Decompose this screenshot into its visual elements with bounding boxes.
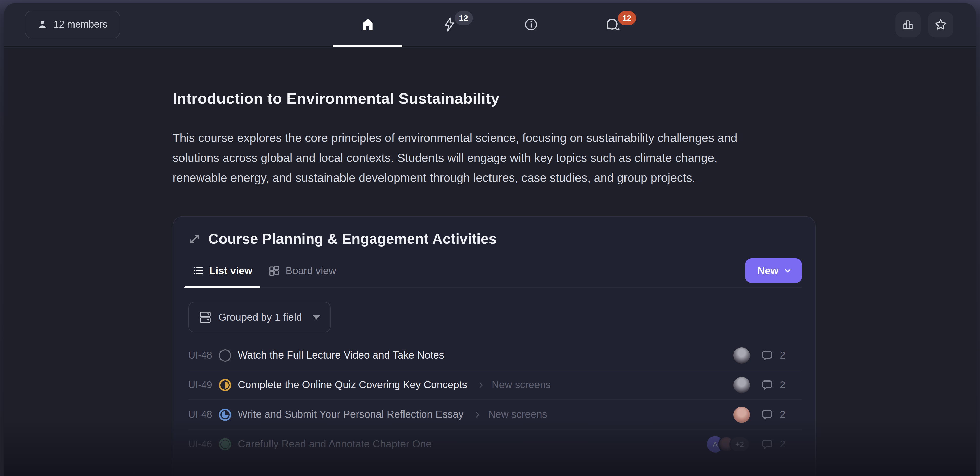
main-area: Introduction to Environmental Sustainabi… <box>4 48 976 476</box>
comments[interactable]: 2 <box>761 349 794 361</box>
nav-tab-home[interactable] <box>332 3 402 46</box>
comment-icon <box>761 408 773 420</box>
app-window: 12 members 12 <box>4 3 976 476</box>
new-button[interactable]: New <box>745 259 802 283</box>
chart-button[interactable] <box>895 12 921 37</box>
task-title[interactable]: Complete the Online Quiz Covering Key Co… <box>238 379 467 391</box>
task-row[interactable]: UI-48 Write and Submit Your Personal Ref… <box>188 400 802 430</box>
avatar[interactable] <box>733 347 750 363</box>
caret-down-icon <box>313 315 320 319</box>
comment-icon <box>761 438 773 450</box>
page-description-line: solutions across global and local contex… <box>172 148 976 168</box>
comments[interactable]: 2 <box>761 408 794 420</box>
task-breadcrumb[interactable]: New screens <box>474 409 547 420</box>
task-title[interactable]: Carefully Read and Annotate Chapter One <box>238 438 431 450</box>
activity-badge: 12 <box>454 11 473 25</box>
expand-icon[interactable] <box>188 233 200 245</box>
page-description-line: This course explores the core principles… <box>172 128 976 148</box>
group-icon <box>199 310 211 324</box>
topbar-actions <box>895 12 953 37</box>
bar-chart-icon <box>902 18 914 30</box>
view-toolbar: List view Board view <box>188 254 802 288</box>
activities-card: Course Planning & Engagement Activities <box>172 216 816 476</box>
new-button-label: New <box>757 265 778 276</box>
comment-count: 2 <box>780 350 785 361</box>
grouping-row: Grouped by 1 field <box>188 302 802 332</box>
task-list: UI-48 Watch the Full Lecture Video and T… <box>188 341 802 458</box>
board-view-label: Board view <box>286 265 336 276</box>
person-icon <box>37 19 48 30</box>
grouped-by-label: Grouped by 1 field <box>218 311 302 323</box>
nav-tabs: 12 <box>332 3 648 46</box>
task-title[interactable]: Watch the Full Lecture Video and Take No… <box>238 349 444 361</box>
grouped-by-button[interactable]: Grouped by 1 field <box>188 302 331 332</box>
page-title: Introduction to Environmental Sustainabi… <box>172 90 976 107</box>
comment-count: 2 <box>780 438 785 450</box>
comment-icon <box>761 379 773 391</box>
status-in-progress-icon[interactable] <box>219 408 231 420</box>
nav-tab-activity[interactable]: 12 <box>414 3 484 46</box>
board-view-icon <box>269 265 280 276</box>
chevron-right-icon <box>474 411 481 418</box>
task-row[interactable]: UI-48 Watch the Full Lecture Video and T… <box>188 341 802 370</box>
avatar[interactable] <box>733 377 750 393</box>
star-icon <box>934 18 947 31</box>
list-view-label: List view <box>209 265 252 276</box>
page-description: This course explores the core principles… <box>172 128 976 188</box>
task-row[interactable]: UI-49 Complete the Online Quiz Covering … <box>188 370 802 400</box>
nav-tab-chat[interactable]: 12 <box>578 3 648 46</box>
comments[interactable]: 2 <box>761 379 794 391</box>
task-id: UI-48 <box>188 350 219 361</box>
status-in-progress-icon[interactable] <box>219 379 231 391</box>
chevron-down-icon <box>783 267 792 275</box>
avatar[interactable] <box>733 406 750 423</box>
tab-list-view[interactable]: List view <box>184 254 261 287</box>
card-header: Course Planning & Engagement Activities <box>188 231 802 247</box>
chat-badge: 12 <box>617 11 636 25</box>
nav-tab-info[interactable] <box>496 3 566 46</box>
topbar: 12 members 12 <box>4 3 976 47</box>
list-view-icon <box>192 265 204 276</box>
task-link-label: New screens <box>488 409 547 420</box>
app-stage: 12 members 12 <box>0 0 980 476</box>
task-id: UI-48 <box>188 409 219 420</box>
status-done-icon[interactable] <box>219 438 231 450</box>
info-icon <box>524 18 538 32</box>
task-row[interactable]: UI-46 Carefully Read and Annotate Chapte… <box>188 430 802 458</box>
home-icon <box>360 18 375 32</box>
task-id: UI-46 <box>188 438 219 450</box>
members-label: 12 members <box>54 19 107 30</box>
comment-icon <box>761 349 773 361</box>
page-description-line: renewable energy, and sustainable develo… <box>172 168 976 188</box>
comment-count: 2 <box>780 409 785 420</box>
favorite-button[interactable] <box>928 12 953 37</box>
task-link-label: New screens <box>492 379 551 391</box>
extra-assignees-chip[interactable]: +2 <box>729 436 750 452</box>
members-button[interactable]: 12 members <box>24 11 120 38</box>
card-title: Course Planning & Engagement Activities <box>208 231 497 247</box>
chevron-right-icon <box>477 381 485 388</box>
task-title[interactable]: Write and Submit Your Personal Reflectio… <box>238 409 464 420</box>
lightning-icon <box>442 17 456 32</box>
comments[interactable]: 2 <box>761 438 794 450</box>
status-todo-icon[interactable] <box>219 349 231 361</box>
task-id: UI-49 <box>188 379 219 390</box>
tab-board-view[interactable]: Board view <box>261 254 344 287</box>
task-breadcrumb[interactable]: New screens <box>477 379 551 391</box>
comment-count: 2 <box>780 379 785 390</box>
